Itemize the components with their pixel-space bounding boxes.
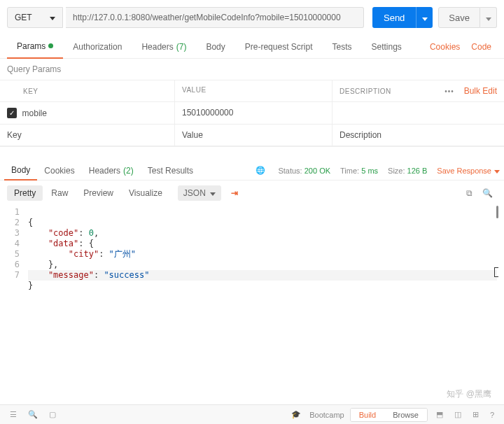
mode-browse[interactable]: Browse bbox=[384, 409, 427, 421]
param-row-empty: Key Value Description bbox=[0, 125, 504, 146]
chevron-down-icon bbox=[50, 13, 55, 22]
request-tabs: Params Authorization Headers (7) Body Pr… bbox=[0, 35, 504, 59]
sidebar-toggle-icon[interactable]: ☰ bbox=[7, 410, 20, 419]
lang-select[interactable]: JSON bbox=[178, 185, 221, 201]
chevron-down-icon bbox=[210, 188, 216, 198]
more-icon[interactable]: ••• bbox=[444, 87, 454, 95]
wrap-lines-icon[interactable]: ⇥ bbox=[231, 188, 238, 198]
bootcamp-icon[interactable]: 🎓 bbox=[288, 410, 304, 419]
method-select[interactable]: GET bbox=[7, 7, 63, 28]
layout-2-icon[interactable]: ◫ bbox=[451, 410, 464, 419]
scrollbar[interactable] bbox=[496, 206, 498, 218]
save-response-link[interactable]: Save Response bbox=[437, 167, 500, 175]
save-button[interactable]: Save bbox=[438, 7, 480, 28]
send-dropdown[interactable] bbox=[416, 7, 433, 28]
mode-build[interactable]: Build bbox=[351, 409, 384, 421]
code-link[interactable]: Code bbox=[465, 42, 497, 52]
param-desc-cell[interactable] bbox=[332, 102, 504, 124]
chevron-down-icon bbox=[494, 167, 500, 175]
mode-toggle: Build Browse bbox=[350, 408, 428, 422]
save-dropdown[interactable] bbox=[480, 7, 497, 28]
watermark: 知乎 @黑鹰 bbox=[447, 388, 491, 400]
tab-headers[interactable]: Headers (7) bbox=[132, 35, 196, 59]
tab-settings[interactable]: Settings bbox=[362, 35, 412, 59]
response-section: Body Cookies Headers (2) Test Results 🌐 … bbox=[0, 161, 504, 291]
param-row: ✓ mobile 15010000000 bbox=[0, 102, 504, 125]
send-button-group: Send bbox=[372, 7, 433, 28]
param-key-cell[interactable]: ✓ mobile bbox=[0, 102, 175, 124]
response-status: 🌐 Status: 200 OK Time: 5 ms Size: 126 B … bbox=[255, 166, 500, 175]
layout-3-icon[interactable]: ⊞ bbox=[470, 410, 482, 419]
help-icon[interactable]: ? bbox=[487, 411, 497, 419]
tab-prerequest[interactable]: Pre-request Script bbox=[235, 35, 323, 59]
method-label: GET bbox=[15, 13, 32, 22]
param-value-input[interactable]: Value bbox=[175, 125, 332, 146]
header-value: VALUE bbox=[175, 80, 332, 101]
param-value-cell[interactable]: 15010000000 bbox=[175, 102, 332, 124]
viewer-visualize[interactable]: Visualize bbox=[122, 185, 169, 201]
url-input[interactable] bbox=[66, 7, 364, 28]
copy-icon[interactable]: ⧉ bbox=[462, 188, 477, 198]
chevron-down-icon bbox=[486, 13, 491, 23]
header-key: KEY bbox=[0, 80, 175, 101]
viewer-preview[interactable]: Preview bbox=[76, 185, 120, 201]
response-tabs: Body Cookies Headers (2) Test Results 🌐 … bbox=[0, 161, 504, 181]
checkbox-checked-icon[interactable]: ✓ bbox=[7, 108, 17, 118]
query-params-title: Query Params bbox=[0, 59, 504, 80]
bulk-edit-link[interactable]: Bulk Edit bbox=[464, 86, 497, 96]
find-icon[interactable]: 🔍 bbox=[25, 410, 41, 419]
code-area[interactable]: 1234567 { "code": 0, "data": { "city": "… bbox=[0, 206, 504, 291]
active-dot-icon bbox=[48, 43, 53, 48]
param-desc-input[interactable]: Description bbox=[332, 125, 504, 146]
resp-tab-body[interactable]: Body bbox=[4, 161, 37, 181]
layout-1-icon[interactable]: ⬒ bbox=[433, 410, 446, 419]
search-icon[interactable]: 🔍 bbox=[478, 188, 497, 198]
tab-authorization[interactable]: Authorization bbox=[63, 35, 132, 59]
send-button[interactable]: Send bbox=[372, 7, 416, 28]
viewer-raw[interactable]: Raw bbox=[44, 185, 75, 201]
resp-tab-headers[interactable]: Headers (2) bbox=[82, 161, 141, 181]
params-table: KEY VALUE DESCRIPTION ••• Bulk Edit ✓ mo… bbox=[0, 80, 504, 147]
cookies-link[interactable]: Cookies bbox=[424, 42, 465, 52]
line-gutter: 1234567 bbox=[0, 206, 28, 291]
save-button-group: Save bbox=[438, 7, 497, 28]
param-key-input[interactable]: Key bbox=[0, 125, 175, 146]
code-content: { "code": 0, "data": { "city": "广州" }, "… bbox=[28, 206, 149, 291]
bottom-bar: ☰ 🔍 ▢ 🎓 Bootcamp Build Browse ⬒ ◫ ⊞ ? bbox=[0, 404, 504, 424]
chevron-down-icon bbox=[422, 13, 428, 23]
viewer-toolbar: Pretty Raw Preview Visualize JSON ⇥ ⧉ 🔍 bbox=[0, 181, 504, 206]
bootcamp-label[interactable]: Bootcamp bbox=[309, 411, 344, 419]
request-bar: GET Send Save bbox=[0, 0, 504, 35]
cursor-indicator bbox=[494, 267, 498, 277]
viewer-pretty[interactable]: Pretty bbox=[7, 185, 43, 201]
resp-tab-cookies[interactable]: Cookies bbox=[37, 161, 81, 181]
console-icon[interactable]: ▢ bbox=[46, 410, 59, 419]
tab-params[interactable]: Params bbox=[7, 35, 63, 59]
resp-tab-tests[interactable]: Test Results bbox=[141, 161, 200, 181]
tab-body[interactable]: Body bbox=[196, 35, 234, 59]
tab-tests[interactable]: Tests bbox=[322, 35, 361, 59]
header-desc: DESCRIPTION ••• Bulk Edit bbox=[332, 80, 504, 101]
globe-icon[interactable]: 🌐 bbox=[255, 166, 265, 175]
params-header: KEY VALUE DESCRIPTION ••• Bulk Edit bbox=[0, 80, 504, 102]
